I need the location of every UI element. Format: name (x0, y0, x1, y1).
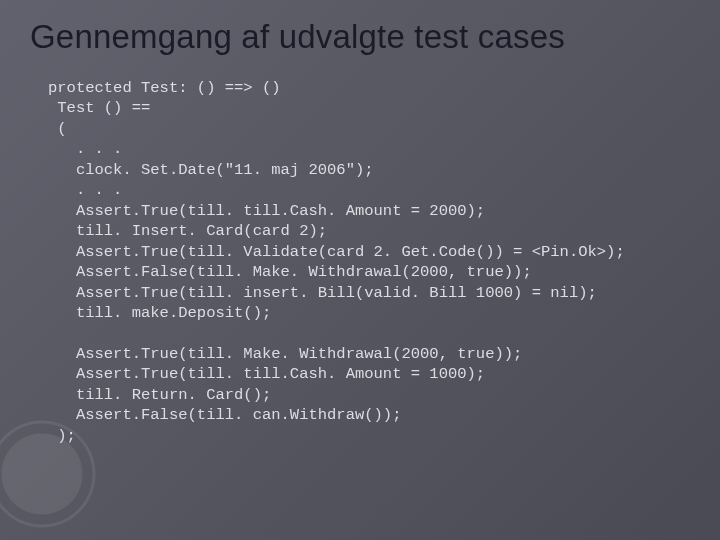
slide-title: Gennemgang af udvalgte test cases (30, 18, 690, 56)
code-block: protected Test: () ==> () Test () == ( .… (48, 78, 690, 446)
slide: Gennemgang af udvalgte test cases protec… (0, 0, 720, 540)
